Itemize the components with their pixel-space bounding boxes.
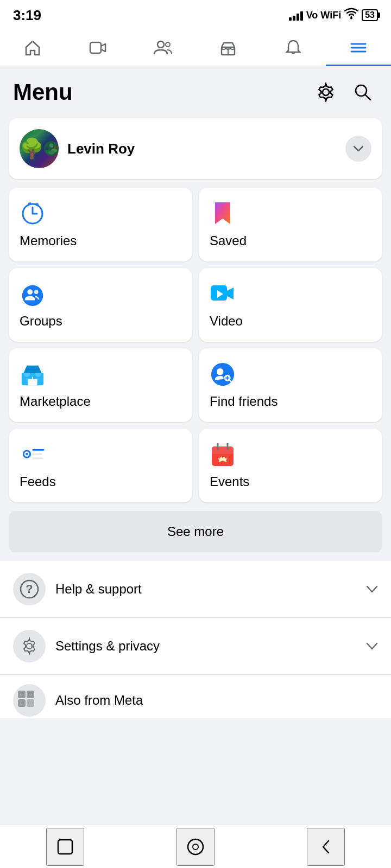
wifi-icon xyxy=(344,8,358,23)
svg-point-36 xyxy=(26,453,28,456)
svg-point-23 xyxy=(34,290,39,294)
nav-marketplace[interactable] xyxy=(195,34,261,66)
svg-rect-27 xyxy=(28,379,37,386)
menu-icon xyxy=(350,40,367,58)
also-meta-icon-wrap xyxy=(13,684,46,717)
avatar xyxy=(20,129,59,168)
help-support-label: Help & support xyxy=(55,582,366,597)
svg-rect-48 xyxy=(18,691,26,698)
svg-point-18 xyxy=(54,146,56,149)
see-more-button[interactable]: See more xyxy=(9,511,382,552)
feeds-icon xyxy=(20,442,46,468)
memories-icon xyxy=(20,201,46,227)
menu-grid: Memories Saved xyxy=(9,188,382,502)
meta-apps-icon xyxy=(17,690,42,711)
android-back-button[interactable] xyxy=(307,828,345,866)
vowifi-icon: Vo WiFi xyxy=(306,10,342,21)
svg-point-0 xyxy=(350,17,352,20)
profile-dropdown-button[interactable] xyxy=(345,136,371,162)
svg-point-54 xyxy=(193,844,198,850)
find-friends-label: Find friends xyxy=(210,394,371,409)
home-icon xyxy=(24,40,41,60)
saved-label: Saved xyxy=(210,233,371,248)
settings-chevron-icon xyxy=(366,639,378,653)
svg-line-11 xyxy=(365,94,370,100)
profile-card[interactable]: Levin Roy xyxy=(9,118,382,179)
battery-icon: 53 xyxy=(362,9,378,21)
nav-video[interactable] xyxy=(65,34,130,66)
menu-item-saved[interactable]: Saved xyxy=(199,188,382,261)
nav-menu[interactable] xyxy=(326,34,391,66)
menu-item-video[interactable]: Video xyxy=(199,268,382,342)
groups-label: Groups xyxy=(20,314,181,329)
svg-point-21 xyxy=(22,285,43,306)
settings-privacy-item[interactable]: Settings & privacy xyxy=(0,618,391,675)
android-square-button[interactable] xyxy=(46,828,84,866)
memories-label: Memories xyxy=(20,233,181,248)
svg-rect-52 xyxy=(58,840,72,854)
svg-point-9 xyxy=(323,89,329,95)
settings-section: ? Help & support Settings & privacy xyxy=(0,561,391,718)
saved-icon xyxy=(210,201,236,227)
find-friends-icon xyxy=(210,361,236,387)
video-nav-icon xyxy=(89,40,106,59)
menu-item-groups[interactable]: Groups xyxy=(9,268,192,342)
video-label: Video xyxy=(210,314,371,329)
status-icons: Vo WiFi 53 xyxy=(289,8,378,23)
help-icon: ? xyxy=(20,579,39,599)
nav-bar xyxy=(0,28,391,66)
help-icon-wrap: ? xyxy=(13,573,46,605)
help-chevron-icon xyxy=(366,582,378,596)
svg-rect-42 xyxy=(212,452,234,454)
settings-icon-wrap xyxy=(13,630,46,662)
android-home-button[interactable] xyxy=(176,828,215,866)
menu-item-events[interactable]: Events xyxy=(199,429,382,502)
svg-rect-50 xyxy=(18,699,26,707)
settings-button[interactable] xyxy=(311,77,341,107)
svg-point-22 xyxy=(27,289,33,295)
svg-rect-51 xyxy=(27,699,34,707)
events-label: Events xyxy=(210,474,371,489)
menu-item-marketplace[interactable]: Marketplace xyxy=(9,348,192,422)
marketplace-icon xyxy=(20,361,46,387)
svg-point-16 xyxy=(48,150,55,155)
header-actions xyxy=(311,77,378,107)
svg-point-3 xyxy=(166,42,170,47)
menu-item-feeds[interactable]: Feeds xyxy=(9,429,192,502)
header: Menu xyxy=(0,66,391,118)
status-time: 3:19 xyxy=(13,7,41,24)
settings-gear-icon xyxy=(20,636,39,656)
page-title: Menu xyxy=(13,79,73,105)
svg-point-19 xyxy=(51,145,53,148)
signal-icon xyxy=(289,10,303,21)
svg-point-47 xyxy=(27,643,32,649)
profile-name: Levin Roy xyxy=(67,141,337,157)
also-from-meta-item[interactable]: Also from Meta xyxy=(0,675,391,718)
marketplace-nav-icon xyxy=(219,40,237,60)
svg-rect-49 xyxy=(27,691,34,698)
nav-notifications[interactable] xyxy=(261,34,326,66)
status-bar: 3:19 Vo WiFi 53 xyxy=(0,0,391,28)
settings-privacy-label: Settings & privacy xyxy=(55,639,366,654)
nav-friends[interactable] xyxy=(130,34,195,66)
svg-point-17 xyxy=(46,147,49,150)
menu-item-find-friends[interactable]: Find friends xyxy=(199,348,382,422)
feeds-label: Feeds xyxy=(20,474,181,489)
svg-point-2 xyxy=(157,41,164,48)
notifications-icon xyxy=(286,40,301,60)
marketplace-label: Marketplace xyxy=(20,394,181,409)
search-button[interactable] xyxy=(348,77,378,107)
groups-icon xyxy=(20,281,46,307)
video-icon xyxy=(210,281,236,307)
friends-icon xyxy=(153,40,173,59)
svg-rect-1 xyxy=(90,42,101,53)
nav-home[interactable] xyxy=(0,34,65,66)
also-meta-label: Also from Meta xyxy=(55,693,143,708)
menu-item-memories[interactable]: Memories xyxy=(9,188,192,261)
svg-point-53 xyxy=(188,839,203,854)
gear-icon xyxy=(316,82,336,102)
search-icon xyxy=(353,82,373,102)
bottom-nav xyxy=(0,825,391,868)
help-support-item[interactable]: ? Help & support xyxy=(0,561,391,618)
svg-text:?: ? xyxy=(26,582,33,596)
